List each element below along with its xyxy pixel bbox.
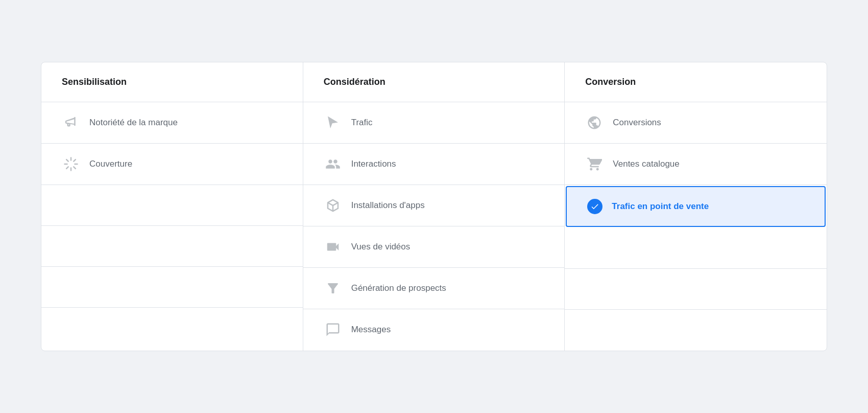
- checkmark-icon: [587, 199, 602, 214]
- empty-conv-1: [565, 228, 827, 269]
- empty-2: [41, 226, 303, 267]
- trafic-point-vente-label: Trafic en point de vente: [612, 201, 709, 212]
- item-conversions[interactable]: Conversions: [565, 102, 827, 144]
- header-conversion: Conversion: [565, 62, 827, 102]
- messages-label: Messages: [351, 325, 391, 335]
- asterisk-icon: [62, 155, 80, 173]
- header-sensibilisation: Sensibilisation: [41, 62, 303, 102]
- installations-label: Installations d'apps: [351, 200, 425, 211]
- cube-icon: [324, 196, 342, 215]
- objective-selector: Sensibilisation Considération Conversion…: [41, 62, 827, 351]
- col-conversion: Conversions Ventes catalogue Trafic: [565, 102, 827, 351]
- item-installations[interactable]: Installations d'apps: [303, 185, 565, 226]
- cart-icon: [585, 155, 604, 173]
- video-icon: [324, 238, 342, 256]
- conversions-label: Conversions: [613, 118, 661, 128]
- globe-icon: [585, 113, 604, 132]
- empty-conv-2: [565, 269, 827, 310]
- filter-icon: [324, 279, 342, 297]
- trafic-label: Trafic: [351, 118, 373, 128]
- header-row: Sensibilisation Considération Conversion: [41, 62, 827, 102]
- empty-conv-3: [565, 310, 827, 351]
- interactions-label: Interactions: [351, 159, 396, 169]
- prospects-label: Génération de prospects: [351, 283, 446, 293]
- col-consideration: Trafic Interactions Installations d': [303, 102, 565, 351]
- empty-4: [41, 308, 303, 351]
- col-sensibilisation: Notoriété de la marque Couverture: [41, 102, 303, 351]
- item-notoriete[interactable]: Notoriété de la marque: [41, 102, 303, 144]
- body-row: Notoriété de la marque Couverture: [41, 102, 827, 351]
- header-consideration: Considération: [303, 62, 565, 102]
- couverture-label: Couverture: [89, 159, 132, 169]
- empty-1: [41, 185, 303, 226]
- item-trafic-point-vente[interactable]: Trafic en point de vente: [566, 186, 826, 227]
- videos-label: Vues de vidéos: [351, 242, 411, 252]
- item-prospects[interactable]: Génération de prospects: [303, 268, 565, 309]
- item-interactions[interactable]: Interactions: [303, 144, 565, 185]
- item-videos[interactable]: Vues de vidéos: [303, 226, 565, 268]
- chat-icon: [324, 320, 342, 339]
- notoriete-label: Notoriété de la marque: [89, 118, 178, 128]
- people-icon: [324, 155, 342, 173]
- item-ventes-catalogue[interactable]: Ventes catalogue: [565, 144, 827, 185]
- item-couverture[interactable]: Couverture: [41, 144, 303, 185]
- cursor-icon: [324, 113, 342, 132]
- ventes-catalogue-label: Ventes catalogue: [613, 159, 679, 169]
- megaphone-icon: [62, 113, 80, 132]
- item-trafic[interactable]: Trafic: [303, 102, 565, 144]
- item-messages[interactable]: Messages: [303, 309, 565, 350]
- empty-3: [41, 267, 303, 308]
